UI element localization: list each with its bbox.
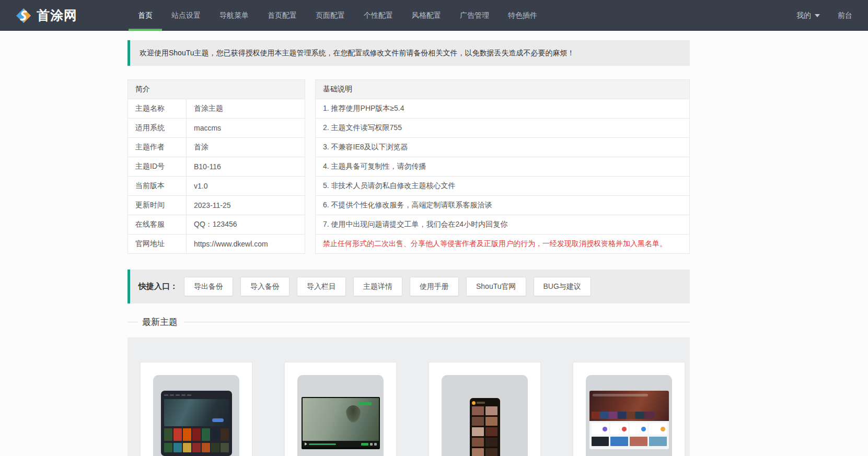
nav-item-nav-menu[interactable]: 导航菜单 bbox=[210, 0, 258, 31]
import-columns-button[interactable]: 导入栏目 bbox=[297, 277, 346, 296]
dark-desktop-movie-theme-thumbnail bbox=[153, 375, 239, 456]
latest-themes-panel bbox=[128, 337, 690, 456]
theme-details-button[interactable]: 主题详情 bbox=[353, 277, 402, 296]
latest-themes-heading: 最新主题 bbox=[128, 316, 690, 328]
main-nav: 首页 站点设置 导航菜单 首页配置 页面配置 个性配置 风格配置 广告管理 特色… bbox=[129, 0, 547, 31]
table-row: 主题名称首涂主题 bbox=[128, 99, 305, 119]
table-row: 4. 主题具备可复制性，请勿传播 bbox=[316, 157, 690, 177]
table-row: 当前版本v1.0 bbox=[128, 177, 305, 196]
piracy-warning-row: 禁止任何形式的二次出售、分享他人等侵害作者及正版用户的行为，一经发现取消授权资格… bbox=[316, 235, 690, 254]
nav-item-home-config[interactable]: 首页配置 bbox=[258, 0, 306, 31]
video-player-theme-thumbnail bbox=[297, 375, 384, 456]
logo-text: 首涂网 bbox=[37, 7, 77, 24]
table-row: 官网地址https://www.dkewl.com bbox=[128, 235, 305, 254]
table-row: 适用系统maccms bbox=[128, 119, 305, 138]
table-row: 主题作者首涂 bbox=[128, 138, 305, 157]
theme-card[interactable] bbox=[429, 362, 541, 456]
import-backup-button[interactable]: 导入备份 bbox=[240, 277, 290, 296]
info-tables: 简介 主题名称首涂主题 适用系统maccms 主题作者首涂 主题ID号B10-1… bbox=[128, 79, 690, 254]
bug-suggestion-button[interactable]: BUG与建议 bbox=[534, 277, 591, 296]
table-row: 6. 不提供个性化修改服务，高端定制请联系客服洽谈 bbox=[316, 196, 690, 215]
nav-item-page-config[interactable]: 页面配置 bbox=[306, 0, 354, 31]
welcome-notice-text: 欢迎使用ShouTu主题，您已获得授权使用本主题管理系统，在您配置或修改文件前请… bbox=[140, 49, 575, 57]
theme-card[interactable] bbox=[140, 362, 252, 456]
table-row: 在线客服QQ：123456 bbox=[128, 215, 305, 235]
intro-table: 简介 主题名称首涂主题 适用系统maccms 主题作者首涂 主题ID号B10-1… bbox=[128, 79, 305, 254]
theme-card[interactable] bbox=[573, 362, 685, 456]
table-row: 3. 不兼容IE8及以下浏览器 bbox=[316, 138, 690, 157]
logo-diamond-icon bbox=[16, 8, 31, 24]
quick-entry-label: 快捷入口： bbox=[138, 282, 178, 291]
top-navbar: 首涂网 首页 站点设置 导航菜单 首页配置 页面配置 个性配置 风格配置 广告管… bbox=[0, 0, 868, 31]
shoutu-official-site-button[interactable]: ShouTu官网 bbox=[466, 277, 526, 296]
user-manual-button[interactable]: 使用手册 bbox=[410, 277, 459, 296]
nav-item-site-settings[interactable]: 站点设置 bbox=[162, 0, 210, 31]
notes-table-title: 基础说明 bbox=[316, 80, 690, 99]
piracy-warning-text: 禁止任何形式的二次出售、分享他人等侵害作者及正版用户的行为，一经发现取消授权资格… bbox=[316, 235, 690, 254]
frontend-link[interactable]: 前台 bbox=[838, 11, 852, 20]
theme-card[interactable] bbox=[284, 362, 397, 456]
table-row: 更新时间2023-11-25 bbox=[128, 196, 305, 215]
my-dropdown[interactable]: 我的 bbox=[796, 11, 820, 20]
intro-table-title: 简介 bbox=[128, 80, 305, 99]
nav-item-personal-config[interactable]: 个性配置 bbox=[354, 0, 402, 31]
site-logo[interactable]: 首涂网 bbox=[16, 0, 129, 31]
welcome-notice: 欢迎使用ShouTu主题，您已获得授权使用本主题管理系统，在您配置或修改文件前请… bbox=[128, 40, 690, 66]
table-row: 2. 主题文件读写权限755 bbox=[316, 119, 690, 138]
nav-item-style-config[interactable]: 风格配置 bbox=[402, 0, 450, 31]
nav-item-ad-manage[interactable]: 广告管理 bbox=[450, 0, 499, 31]
table-row: 5. 非技术人员请勿私自修改主题核心文件 bbox=[316, 177, 690, 196]
navbar-right: 我的 前台 bbox=[796, 0, 852, 31]
official-site-url: https://www.dkewl.com bbox=[187, 235, 305, 254]
table-row: 7. 使用中出现问题请提交工单，我们会在24小时内回复你 bbox=[316, 215, 690, 235]
quick-entry-bar: 快捷入口： 导出备份 导入备份 导入栏目 主题详情 使用手册 ShouTu官网 … bbox=[128, 270, 690, 303]
chevron-down-icon bbox=[815, 14, 820, 17]
export-backup-button[interactable]: 导出备份 bbox=[184, 277, 233, 296]
nav-item-home[interactable]: 首页 bbox=[129, 0, 162, 31]
nav-item-feature-plugins[interactable]: 特色插件 bbox=[499, 0, 547, 31]
mobile-movie-theme-thumbnail bbox=[442, 375, 528, 456]
table-row: 主题ID号B10-116 bbox=[128, 157, 305, 177]
main-content: 欢迎使用ShouTu主题，您已获得授权使用本主题管理系统，在您配置或修改文件前请… bbox=[128, 40, 690, 456]
table-row: 1. 推荐使用PHP版本≥5.4 bbox=[316, 99, 690, 119]
notes-table: 基础说明 1. 推荐使用PHP版本≥5.4 2. 主题文件读写权限755 3. … bbox=[315, 79, 690, 254]
light-desktop-movie-theme-thumbnail bbox=[586, 375, 672, 456]
